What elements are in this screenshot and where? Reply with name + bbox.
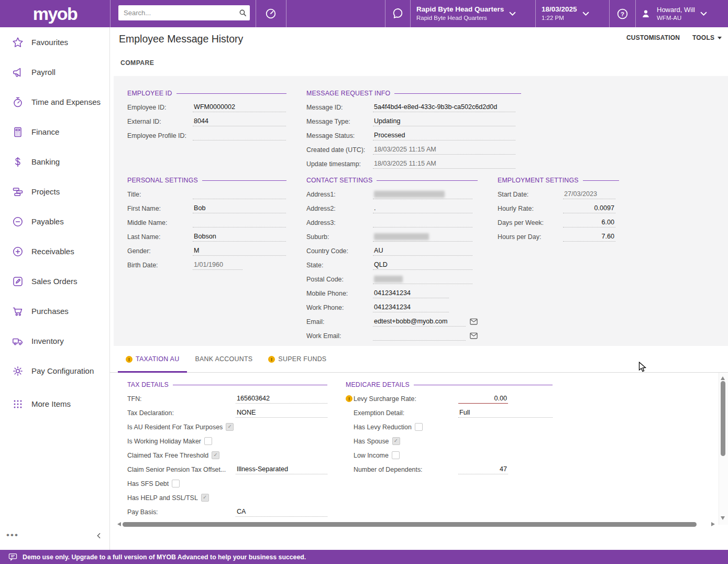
message-type-input[interactable]: Updating bbox=[373, 116, 515, 126]
envelope-icon[interactable] bbox=[470, 318, 478, 325]
sidebar-item-inventory[interactable]: Inventory bbox=[0, 326, 109, 356]
search-icon[interactable] bbox=[235, 8, 250, 17]
field-hours-per-day: Hours per Day:7.60 bbox=[498, 230, 619, 244]
postal-code-input[interactable] bbox=[373, 274, 472, 284]
scroll-up-arrow[interactable] bbox=[721, 376, 725, 380]
title-input[interactable] bbox=[193, 189, 286, 199]
address3-input[interactable] bbox=[373, 218, 472, 227]
tools-button[interactable]: TOOLS bbox=[692, 34, 722, 41]
field-value: M bbox=[194, 247, 200, 254]
sidebar-item-time-and-expenses[interactable]: Time and Expenses bbox=[0, 87, 109, 117]
summary-panel: EMPLOYEE IDEmployee ID:WFM0000002Externa… bbox=[114, 76, 728, 346]
address1-input[interactable] bbox=[373, 189, 472, 199]
exemption-detail-input[interactable]: Full bbox=[458, 408, 553, 418]
tab-taxation-au[interactable]: !TAXATION AU bbox=[118, 346, 187, 372]
claim-senior-pension-tax-offset-input[interactable]: Illness-Separated bbox=[236, 464, 327, 474]
work-phone-input[interactable]: 0412341234 bbox=[373, 302, 449, 312]
created-date-utc-input[interactable]: 18/03/2025 11:15 AM bbox=[373, 145, 515, 155]
search-input[interactable] bbox=[118, 9, 235, 17]
update-timestamp-input[interactable]: 18/03/2025 11:15 AM bbox=[373, 159, 515, 169]
low-income-checkbox[interactable] bbox=[392, 451, 400, 459]
envelope-icon[interactable] bbox=[470, 332, 478, 339]
field-label: Postal Code: bbox=[306, 276, 373, 283]
has-sfs-debt-checkbox[interactable] bbox=[172, 480, 180, 487]
customisation-button[interactable]: CUSTOMISATION bbox=[626, 34, 680, 41]
number-of-dependents-input[interactable]: 47 bbox=[458, 464, 508, 474]
start-date-input[interactable]: 27/03/2023 bbox=[563, 189, 615, 199]
birth-date-input[interactable]: 1/01/1960 bbox=[193, 260, 242, 270]
field-has-levy-reduction: Has Levy Reduction bbox=[346, 420, 553, 434]
days-per-week-input[interactable]: 6.00 bbox=[563, 218, 615, 227]
last-name-input[interactable]: Bobson bbox=[193, 232, 286, 242]
sidebar-item-finance[interactable]: Finance bbox=[0, 117, 109, 147]
state-input[interactable]: QLD bbox=[373, 260, 472, 270]
work-email-input[interactable] bbox=[373, 331, 466, 341]
tfn-input[interactable]: 165603642 bbox=[236, 394, 327, 404]
field-middle-name: Middle Name: bbox=[127, 215, 286, 230]
chevron-down-icon bbox=[582, 12, 589, 16]
scroll-left-arrow[interactable] bbox=[117, 522, 121, 526]
external-id-input[interactable]: 8044 bbox=[193, 116, 286, 126]
message-id-input[interactable]: 5a4f4bd4-e8ed-433c-9b3b-ca502c6d2d0d bbox=[373, 102, 515, 112]
hours-per-day-input[interactable]: 7.60 bbox=[563, 232, 615, 242]
field-label: First Name: bbox=[127, 205, 193, 212]
levy-surcharge-rate-input[interactable]: 0.00 bbox=[458, 394, 508, 404]
user-org: WFM-AU bbox=[657, 14, 695, 21]
mobile-phone-input[interactable]: 0412341234 bbox=[373, 288, 449, 298]
sidebar-item-banking[interactable]: Banking bbox=[0, 147, 109, 177]
sidebar-item-payroll[interactable]: Payroll bbox=[0, 57, 109, 87]
sidebar-item-receivables[interactable]: Receivables bbox=[0, 236, 109, 266]
field-has-spouse: Has Spouse✓ bbox=[346, 434, 553, 448]
employee-id-input[interactable]: WFM0000002 bbox=[193, 102, 286, 112]
horizontal-scroll-thumb[interactable] bbox=[123, 522, 697, 527]
has-help-and-ssl-tsl-checkbox[interactable]: ✓ bbox=[201, 494, 209, 502]
has-spouse-checkbox[interactable]: ✓ bbox=[392, 437, 400, 445]
field-label: Days per Week: bbox=[498, 219, 563, 226]
scroll-right-arrow[interactable] bbox=[711, 522, 715, 526]
field-is-working-holiday-maker: Is Working Holiday Maker bbox=[127, 434, 327, 448]
sidebar-more-icon[interactable]: ••• bbox=[6, 530, 19, 540]
sidebar-collapse-button[interactable] bbox=[95, 532, 103, 542]
country-code-input[interactable]: AU bbox=[373, 246, 472, 256]
has-levy-reduction-checkbox[interactable] bbox=[415, 423, 423, 431]
sidebar-item-projects[interactable]: Projects bbox=[0, 177, 109, 207]
datetime-selector[interactable]: 18/03/2025 1:22 PM bbox=[542, 0, 604, 27]
hourly-rate-input[interactable]: 0.0097 bbox=[563, 203, 615, 213]
claimed-tax-free-threshold-checkbox[interactable]: ✓ bbox=[212, 451, 219, 459]
chat-button[interactable] bbox=[386, 0, 409, 27]
scroll-down-arrow[interactable] bbox=[721, 516, 725, 520]
field-label: Pay Basis: bbox=[127, 508, 236, 516]
tax-declaration-input[interactable]: NONE bbox=[236, 408, 327, 418]
vertical-scroll-thumb[interactable] bbox=[721, 381, 725, 456]
employee-profile-id-input[interactable] bbox=[193, 131, 286, 140]
help-button[interactable]: ? bbox=[611, 0, 633, 27]
field-mobile-phone: Mobile Phone:0412341234 bbox=[306, 286, 478, 300]
sidebar-item-sales-orders[interactable]: Sales Orders bbox=[0, 266, 109, 296]
sidebar-item-more-items[interactable]: More Items bbox=[0, 389, 109, 419]
myob-logo[interactable]: myob bbox=[0, 0, 110, 27]
user-menu[interactable]: Howard, Will WFM-AU bbox=[640, 0, 724, 27]
compare-button[interactable]: COMPARE bbox=[120, 59, 154, 67]
is-au-resident-for-tax-purposes-checkbox[interactable]: ✓ bbox=[226, 423, 234, 431]
pay-basis-input[interactable]: CA bbox=[236, 507, 327, 517]
email-input[interactable]: edtest+bobb@myob.com bbox=[373, 317, 466, 327]
middle-name-input[interactable] bbox=[193, 218, 286, 227]
tab-bank-accounts[interactable]: BANK ACCOUNTS bbox=[187, 346, 260, 372]
sidebar-item-label: More Items bbox=[31, 399, 71, 408]
sidebar-item-pay-configuration[interactable]: Pay Configuration bbox=[0, 356, 109, 386]
sidebar-item-payables[interactable]: Payables bbox=[0, 207, 109, 236]
gender-input[interactable]: M bbox=[193, 246, 286, 256]
sidebar-item-purchases[interactable]: Purchases bbox=[0, 296, 109, 326]
message-status-input[interactable]: Processed bbox=[373, 131, 515, 140]
field-number-of-dependents: Number of Dependents:47 bbox=[346, 462, 553, 476]
divider bbox=[385, 0, 385, 27]
suburb-input[interactable] bbox=[373, 232, 472, 242]
timer-button[interactable] bbox=[259, 0, 283, 27]
truck-icon bbox=[11, 334, 25, 348]
tab-super-funds[interactable]: !SUPER FUNDS bbox=[260, 346, 334, 372]
sidebar-item-favourites[interactable]: Favourites bbox=[0, 27, 109, 57]
company-selector[interactable]: Rapid Byte Head Quarters Rapid Byte Head… bbox=[416, 0, 532, 27]
address2-input[interactable]: . bbox=[373, 203, 472, 213]
first-name-input[interactable]: Bob bbox=[193, 203, 286, 213]
is-working-holiday-maker-checkbox[interactable] bbox=[204, 437, 212, 445]
